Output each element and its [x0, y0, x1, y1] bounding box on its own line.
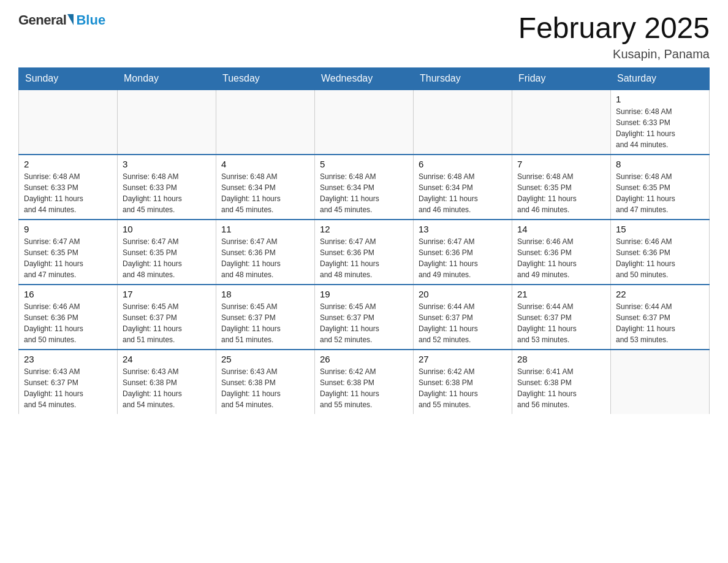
calendar-cell [19, 90, 118, 155]
day-number: 9 [24, 224, 112, 234]
calendar-table: SundayMondayTuesdayWednesdayThursdayFrid… [18, 67, 710, 414]
calendar-cell [512, 90, 611, 155]
logo-triangle-icon [67, 14, 74, 25]
day-number: 16 [24, 289, 112, 299]
day-number: 20 [419, 289, 507, 299]
day-number: 14 [517, 224, 605, 234]
day-number: 7 [517, 159, 605, 169]
calendar-cell: 19Sunrise: 6:45 AM Sunset: 6:37 PM Dayli… [315, 285, 414, 350]
day-number: 25 [221, 354, 309, 364]
day-info: Sunrise: 6:47 AM Sunset: 6:35 PM Dayligh… [24, 236, 112, 280]
day-info: Sunrise: 6:47 AM Sunset: 6:35 PM Dayligh… [123, 236, 211, 280]
calendar-cell: 21Sunrise: 6:44 AM Sunset: 6:37 PM Dayli… [512, 285, 611, 350]
day-info: Sunrise: 6:48 AM Sunset: 6:34 PM Dayligh… [221, 171, 309, 215]
calendar-cell: 25Sunrise: 6:43 AM Sunset: 6:38 PM Dayli… [216, 350, 315, 414]
month-title: February 2025 [518, 12, 710, 45]
calendar-cell: 14Sunrise: 6:46 AM Sunset: 6:36 PM Dayli… [512, 220, 611, 285]
calendar-cell [216, 90, 315, 155]
day-info: Sunrise: 6:45 AM Sunset: 6:37 PM Dayligh… [221, 301, 309, 345]
day-info: Sunrise: 6:46 AM Sunset: 6:36 PM Dayligh… [616, 236, 704, 280]
calendar-week-3: 9Sunrise: 6:47 AM Sunset: 6:35 PM Daylig… [19, 220, 710, 285]
calendar-cell: 22Sunrise: 6:44 AM Sunset: 6:37 PM Dayli… [611, 285, 710, 350]
calendar-cell [118, 90, 216, 155]
calendar-week-5: 23Sunrise: 6:43 AM Sunset: 6:37 PM Dayli… [19, 350, 710, 414]
day-number: 24 [123, 354, 211, 364]
day-info: Sunrise: 6:45 AM Sunset: 6:37 PM Dayligh… [320, 301, 408, 345]
calendar-cell: 7Sunrise: 6:48 AM Sunset: 6:35 PM Daylig… [512, 155, 611, 220]
calendar-cell: 2Sunrise: 6:48 AM Sunset: 6:33 PM Daylig… [19, 155, 118, 220]
calendar-cell: 3Sunrise: 6:48 AM Sunset: 6:33 PM Daylig… [118, 155, 216, 220]
calendar-cell [414, 90, 512, 155]
calendar-cell: 18Sunrise: 6:45 AM Sunset: 6:37 PM Dayli… [216, 285, 315, 350]
day-info: Sunrise: 6:48 AM Sunset: 6:33 PM Dayligh… [616, 106, 704, 150]
day-info: Sunrise: 6:47 AM Sunset: 6:36 PM Dayligh… [221, 236, 309, 280]
calendar-cell: 4Sunrise: 6:48 AM Sunset: 6:34 PM Daylig… [216, 155, 315, 220]
calendar-cell: 9Sunrise: 6:47 AM Sunset: 6:35 PM Daylig… [19, 220, 118, 285]
day-info: Sunrise: 6:48 AM Sunset: 6:33 PM Dayligh… [123, 171, 211, 215]
day-number: 15 [616, 224, 704, 234]
weekday-header-saturday: Saturday [611, 67, 710, 90]
day-info: Sunrise: 6:41 AM Sunset: 6:38 PM Dayligh… [517, 366, 605, 410]
day-info: Sunrise: 6:43 AM Sunset: 6:38 PM Dayligh… [123, 366, 211, 410]
day-number: 13 [419, 224, 507, 234]
weekday-header-tuesday: Tuesday [216, 67, 315, 90]
day-number: 19 [320, 289, 408, 299]
calendar-cell: 8Sunrise: 6:48 AM Sunset: 6:35 PM Daylig… [611, 155, 710, 220]
calendar-week-1: 1Sunrise: 6:48 AM Sunset: 6:33 PM Daylig… [19, 90, 710, 155]
day-info: Sunrise: 6:44 AM Sunset: 6:37 PM Dayligh… [517, 301, 605, 345]
day-number: 4 [221, 159, 309, 169]
calendar-cell: 27Sunrise: 6:42 AM Sunset: 6:38 PM Dayli… [414, 350, 512, 414]
calendar-header-row: SundayMondayTuesdayWednesdayThursdayFrid… [19, 67, 710, 90]
weekday-header-monday: Monday [118, 67, 216, 90]
location-text: Kusapin, Panama [518, 47, 710, 61]
calendar-cell: 10Sunrise: 6:47 AM Sunset: 6:35 PM Dayli… [118, 220, 216, 285]
day-number: 2 [24, 159, 112, 169]
calendar-cell: 12Sunrise: 6:47 AM Sunset: 6:36 PM Dayli… [315, 220, 414, 285]
day-info: Sunrise: 6:48 AM Sunset: 6:35 PM Dayligh… [616, 171, 704, 215]
day-info: Sunrise: 6:44 AM Sunset: 6:37 PM Dayligh… [616, 301, 704, 345]
day-info: Sunrise: 6:44 AM Sunset: 6:37 PM Dayligh… [419, 301, 507, 345]
logo-blue-text: Blue [76, 12, 105, 28]
calendar-cell: 17Sunrise: 6:45 AM Sunset: 6:37 PM Dayli… [118, 285, 216, 350]
day-number: 23 [24, 354, 112, 364]
weekday-header-wednesday: Wednesday [315, 67, 414, 90]
calendar-cell: 13Sunrise: 6:47 AM Sunset: 6:36 PM Dayli… [414, 220, 512, 285]
calendar-cell: 16Sunrise: 6:46 AM Sunset: 6:36 PM Dayli… [19, 285, 118, 350]
day-info: Sunrise: 6:42 AM Sunset: 6:38 PM Dayligh… [320, 366, 408, 410]
day-number: 17 [123, 289, 211, 299]
calendar-cell: 26Sunrise: 6:42 AM Sunset: 6:38 PM Dayli… [315, 350, 414, 414]
calendar-cell [315, 90, 414, 155]
day-info: Sunrise: 6:47 AM Sunset: 6:36 PM Dayligh… [419, 236, 507, 280]
calendar-cell: 23Sunrise: 6:43 AM Sunset: 6:37 PM Dayli… [19, 350, 118, 414]
calendar-cell: 1Sunrise: 6:48 AM Sunset: 6:33 PM Daylig… [611, 90, 710, 155]
weekday-header-friday: Friday [512, 67, 611, 90]
calendar-cell: 24Sunrise: 6:43 AM Sunset: 6:38 PM Dayli… [118, 350, 216, 414]
calendar-cell: 15Sunrise: 6:46 AM Sunset: 6:36 PM Dayli… [611, 220, 710, 285]
day-number: 28 [517, 354, 605, 364]
day-number: 22 [616, 289, 704, 299]
day-number: 5 [320, 159, 408, 169]
day-info: Sunrise: 6:48 AM Sunset: 6:34 PM Dayligh… [320, 171, 408, 215]
weekday-header-thursday: Thursday [414, 67, 512, 90]
day-number: 10 [123, 224, 211, 234]
calendar-cell: 6Sunrise: 6:48 AM Sunset: 6:34 PM Daylig… [414, 155, 512, 220]
day-number: 6 [419, 159, 507, 169]
title-area: February 2025 Kusapin, Panama [518, 12, 710, 61]
page-header: General Blue February 2025 Kusapin, Pana… [18, 12, 710, 61]
day-info: Sunrise: 6:48 AM Sunset: 6:33 PM Dayligh… [24, 171, 112, 215]
calendar-cell [611, 350, 710, 414]
day-number: 12 [320, 224, 408, 234]
day-info: Sunrise: 6:43 AM Sunset: 6:38 PM Dayligh… [221, 366, 309, 410]
logo-general-text: General [18, 12, 66, 28]
day-number: 1 [616, 94, 704, 104]
day-number: 3 [123, 159, 211, 169]
day-number: 11 [221, 224, 309, 234]
day-info: Sunrise: 6:42 AM Sunset: 6:38 PM Dayligh… [419, 366, 507, 410]
day-number: 18 [221, 289, 309, 299]
day-info: Sunrise: 6:45 AM Sunset: 6:37 PM Dayligh… [123, 301, 211, 345]
calendar-cell: 5Sunrise: 6:48 AM Sunset: 6:34 PM Daylig… [315, 155, 414, 220]
day-info: Sunrise: 6:48 AM Sunset: 6:34 PM Dayligh… [419, 171, 507, 215]
day-info: Sunrise: 6:43 AM Sunset: 6:37 PM Dayligh… [24, 366, 112, 410]
calendar-week-4: 16Sunrise: 6:46 AM Sunset: 6:36 PM Dayli… [19, 285, 710, 350]
day-number: 27 [419, 354, 507, 364]
